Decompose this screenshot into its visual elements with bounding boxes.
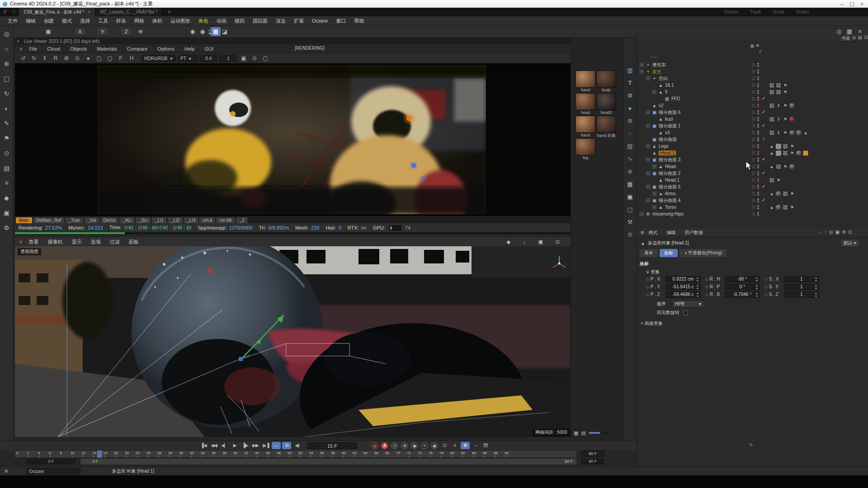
om-row-细分曲面-6[interactable]: −▣细分曲面 6✓ [637,109,868,116]
checker-tag-icon[interactable] [783,144,788,149]
object-label[interactable]: v2 [659,103,664,108]
checker-tag-icon[interactable] [776,83,781,88]
object-label[interactable]: 细分曲面 1 [659,123,680,129]
coord-field-RB[interactable]: -0.7046 ° [725,291,760,298]
render-visibility-dot[interactable] [757,153,759,155]
render-visibility-dot[interactable] [757,126,759,128]
flag-tag-icon[interactable]: ⚑ [783,89,788,95]
ruler-frame-50[interactable]: 50 [288,451,292,455]
ruler-frame-60[interactable]: 60 [342,451,346,455]
render-visibility-dot[interactable] [757,214,759,216]
new-tab-button[interactable]: + [162,9,176,14]
stepper-arrows[interactable] [755,277,759,282]
render-visibility-dot[interactable] [757,160,759,162]
menu-角色[interactable]: 角色 [194,18,212,24]
menu-跟踪器[interactable]: 跟踪器 [249,18,272,24]
om-row-Head.1[interactable]: ▲Head.1▲⚑ [637,150,868,156]
bookmark-menu[interactable]: 书签 [841,35,850,42]
viewport-label[interactable]: 透视视图 [18,248,41,255]
vp-menu-查看[interactable]: 查看 [24,239,43,245]
weight-tag-icon[interactable] [776,144,781,149]
ruler-frame-22[interactable]: 22 [136,451,140,455]
layer-toggle-icon[interactable] [752,178,755,182]
layer-toggle-icon[interactable] [752,111,755,114]
layer-toggle-icon[interactable] [752,70,755,73]
ruler-frame-78[interactable]: 78 [439,451,443,455]
y-axis-button[interactable]: Y [97,28,108,36]
key-mode-button[interactable]: ⊙ [282,442,291,449]
sphere-tag-icon[interactable] [776,191,781,197]
lv-material-picker-icon[interactable]: H [127,55,136,61]
om-row-18.1[interactable]: ▲18.1⚑ [637,82,868,89]
ruler-frame-18[interactable]: 18 [114,451,118,455]
commands-icon[interactable]: ≡ [2,178,12,188]
record-active-button[interactable]: ◉ [371,442,378,449]
object-label[interactable]: FFD [671,96,680,101]
orange-tag-icon[interactable] [803,150,808,156]
object-label[interactable]: 细分曲面 6 [659,109,680,116]
coord-field-SZ[interactable]: 1 [784,291,819,298]
display-palette-icon[interactable]: ▥ [625,66,635,75]
film-palette-icon[interactable]: ▦ [625,180,635,188]
editor-visibility-dot[interactable] [757,144,759,146]
goto-end-button[interactable]: ▶▐ [261,442,270,449]
stepper-arrows[interactable] [815,277,818,282]
pass-tab-DeVol[interactable]: DeVol [100,217,119,223]
ruler-frame-14[interactable]: 14 [92,451,96,455]
lv-restart-icon[interactable]: ↺ [19,55,28,61]
keying-menu-button[interactable]: ≡ [450,442,459,449]
ruler-frame-36[interactable]: 36 [212,451,216,455]
render-visibility-dot[interactable] [757,85,759,87]
menu-动画[interactable]: 动画 [212,18,231,24]
om-row-细分曲面-1[interactable]: −▣细分曲面 1✓ [637,122,868,129]
lv-camera-icon[interactable]: ● [84,55,93,61]
ruler-frame-72[interactable]: 72 [407,451,411,455]
layer-toggle-icon[interactable] [752,77,755,80]
deformer-palette-icon[interactable]: ⚙ [625,117,635,125]
om-row-细分曲面[interactable]: ▣细分曲面✗ [637,136,868,143]
om-row-FFD[interactable]: ▦FFD✓ [637,95,868,102]
flag-tag-icon[interactable]: ⚑ [783,103,788,108]
checker-tag-icon[interactable] [769,103,774,108]
editor-visibility-dot[interactable] [757,103,759,105]
editor-visibility-dot[interactable] [757,164,759,166]
tl-mode-icon[interactable]: ▤ [483,442,488,448]
autokey-button[interactable]: A [381,442,388,449]
editor-visibility-dot[interactable] [757,137,759,139]
settings-tool-icon[interactable]: ⚙ [2,223,12,232]
menu-渲染[interactable]: 渲染 [272,18,290,24]
annotation-tool-icon[interactable]: ⚑ [2,134,12,143]
layer-toggle-icon[interactable] [752,185,755,188]
am-back-icon[interactable]: ← [818,230,822,235]
object-label[interactable]: Legs [659,144,669,149]
lv-close-icon[interactable]: × [17,39,19,44]
stepper-arrows[interactable] [815,292,818,297]
stepper-arrows[interactable] [815,285,818,290]
object-label[interactable]: v3 [665,130,670,135]
object-label[interactable]: 细分曲面 4 [659,197,680,204]
tri-tag-icon[interactable]: ▲ [769,164,774,169]
lv-menu-Materials[interactable]: Materials [92,46,122,52]
om-row-摩托车[interactable]: ++摩托车 [637,61,868,68]
transform-group-toggle[interactable]: ∨ 变换 [646,269,660,275]
timeline-ruler[interactable]: 0246810121416182022242628303234363840424… [15,450,576,457]
am-menu-用户数据[interactable]: 用户数据 [680,230,708,236]
expand-toggle-icon[interactable]: − [646,76,650,80]
preset-dropdown[interactable]: 默认 ▾ [840,239,859,247]
expand-toggle-icon[interactable]: − [640,70,644,74]
render-visibility-dot[interactable] [757,133,759,135]
tri-tag-icon[interactable]: ▲ [803,130,808,136]
render-visibility-dot[interactable] [757,113,759,114]
sphere-tag-icon[interactable] [776,205,781,210]
lv-menu-icon[interactable]: ≡ [18,46,24,52]
om-row-Torso[interactable]: +▲Torso▲⚑ [637,204,868,211]
editor-visibility-dot[interactable] [757,131,759,132]
layout-tab-Script[interactable]: Script [773,9,785,14]
ruler-frame-90[interactable]: 90 [505,451,509,455]
renderer-dropdown[interactable]: Octane: [26,468,80,474]
text-palette-icon[interactable]: T [625,79,635,87]
ruler-frame-88[interactable]: 88 [494,451,498,455]
minimize-button[interactable]: – [840,1,843,7]
om-row-v3[interactable]: ▲v3‖⚑▲ [637,129,868,136]
coord-field-PZ[interactable]: -59.4686 c [665,291,701,298]
